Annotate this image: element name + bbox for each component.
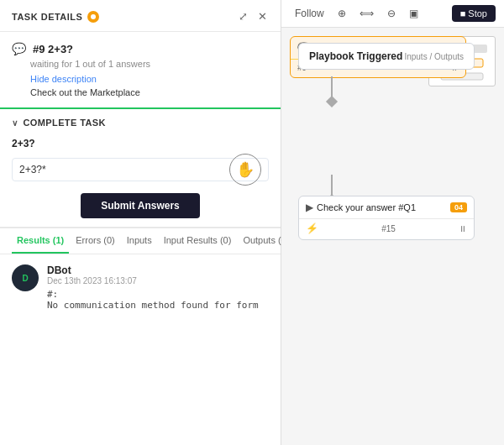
follow-button[interactable]: Follow: [290, 5, 329, 22]
fit-icon: ⟺: [360, 8, 374, 19]
task-section: 💬 #9 2+3? waiting for 1 out of 1 answers…: [0, 32, 281, 109]
avatar: D: [12, 264, 39, 291]
panel-title: TASK DETAILS: [12, 12, 82, 22]
complete-task-header[interactable]: ∨ COMPLETE TASK: [12, 118, 269, 128]
fit-screen-button[interactable]: ⟺: [354, 5, 379, 22]
check-node-title: Check your answer #Q1: [317, 202, 416, 212]
results-tabs: Results (1) Errors (0) Inputs Input Resu…: [0, 228, 281, 254]
left-panel: TASK DETAILS ⤢ ✕ 💬 #9 2+3? waiting for 1…: [0, 0, 281, 445]
complete-task-label: COMPLETE TASK: [23, 118, 106, 128]
panel-header-left: TASK DETAILS: [12, 11, 99, 23]
tab-input-results[interactable]: Input Results (0): [159, 228, 237, 254]
expand-button[interactable]: ⤢: [237, 8, 249, 24]
check-node-number: #15: [381, 224, 396, 233]
check-node-badge: 04: [450, 202, 467, 212]
task-description-text: Check out the Marketplace: [30, 87, 269, 97]
tab-results[interactable]: Results (1): [12, 228, 69, 254]
check-node-header: ▶ Check your answer #Q1 04: [299, 196, 474, 218]
result-item: D DBot Dec 13th 2023 16:13:07 #: No comm…: [12, 264, 269, 311]
playbook-container: Playbook Triggered Inputs / Outputs 💬 2+…: [290, 36, 496, 437]
panel-header-actions: ⤢ ✕: [237, 8, 269, 24]
avatar-label: D: [22, 274, 28, 283]
result-content: DBot Dec 13th 2023 16:13:07 #: No commun…: [47, 264, 269, 311]
check-node[interactable]: ▶ Check your answer #Q1 04 ⚡ #15 ⏸: [298, 196, 475, 240]
image-icon: ▣: [409, 8, 418, 19]
panel-header: TASK DETAILS ⤢ ✕: [0, 0, 281, 32]
form-field-label: 2+3?: [12, 138, 269, 149]
check-node-left: ▶ Check your answer #Q1: [306, 202, 416, 213]
playbook-trigger-label: Playbook Triggered: [309, 50, 402, 62]
hand-icon: ✋: [236, 160, 255, 179]
task-form: 2+3? ✋ Submit Answers: [12, 138, 269, 218]
check-node-arrow-icon: ▶: [306, 202, 313, 213]
zoom-out-button[interactable]: ⊖: [382, 5, 401, 22]
diamond-connector-1: [326, 96, 338, 107]
flash-icon: ⚡: [306, 222, 318, 234]
task-answer-input[interactable]: [19, 164, 261, 175]
form-field-row: ✋: [12, 158, 269, 181]
check-node-footer: ⚡ #15 ⏸: [299, 218, 474, 239]
result-date: Dec 13th 2023 16:13:07: [47, 276, 269, 285]
result-sender-name: DBot: [47, 264, 269, 276]
inputs-outputs-label: Inputs / Outputs: [404, 52, 464, 61]
task-number: #9 2+3?: [33, 43, 73, 55]
tab-errors[interactable]: Errors (0): [71, 228, 119, 254]
result-message: No communication method found for form: [47, 300, 269, 311]
live-badge: [87, 11, 99, 23]
check-node-pause-icon: ⏸: [459, 224, 467, 233]
zoom-in-icon: ⊕: [338, 8, 346, 19]
image-button[interactable]: ▣: [404, 5, 423, 22]
task-chat-icon: 💬: [12, 42, 26, 55]
tab-inputs[interactable]: Inputs: [122, 228, 157, 254]
flow-area: Playbook Triggered Inputs / Outputs 💬 2+…: [290, 36, 420, 437]
zoom-out-icon: ⊖: [387, 8, 396, 19]
zoom-in-button[interactable]: ⊕: [333, 5, 351, 22]
complete-task-section: ∨ COMPLETE TASK 2+3? ✋ Submit Answers: [0, 109, 281, 228]
task-waiting-text: waiting for 1 out of 1 answers: [30, 59, 269, 69]
hide-description-link[interactable]: Hide description: [30, 74, 269, 84]
chevron-down-icon: ∨: [12, 118, 18, 128]
playbook-trigger-node[interactable]: Playbook Triggered Inputs / Outputs: [298, 43, 475, 70]
close-button[interactable]: ✕: [256, 8, 269, 24]
canvas-area[interactable]: Playbook Triggered Inputs / Outputs 💬 2+…: [281, 28, 504, 445]
live-dot: [91, 14, 96, 19]
submit-answers-button[interactable]: Submit Answers: [81, 193, 200, 218]
canvas-toolbar: Follow ⊕ ⟺ ⊖ ▣ ■ Stop: [281, 0, 504, 28]
task-header: 💬 #9 2+3?: [12, 42, 269, 55]
hand-icon-circle: ✋: [229, 154, 261, 186]
right-panel: Follow ⊕ ⟺ ⊖ ▣ ■ Stop: [281, 0, 504, 445]
results-area: D DBot Dec 13th 2023 16:13:07 #: No comm…: [0, 254, 281, 445]
result-hash: #:: [47, 289, 269, 300]
stop-button[interactable]: ■ Stop: [452, 5, 496, 22]
